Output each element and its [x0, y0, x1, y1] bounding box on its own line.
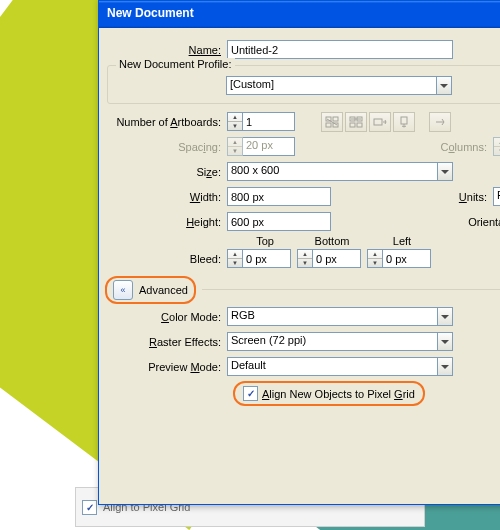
size-label: Size:: [105, 166, 227, 178]
divider: [202, 289, 500, 290]
height-input[interactable]: [227, 212, 331, 231]
raster-combo[interactable]: Screen (72 ppi): [227, 332, 453, 351]
chevron-down-icon[interactable]: [437, 307, 453, 326]
align-pixel-grid-highlight: ✓ Align New Objects to Pixel Grid: [233, 381, 425, 406]
name-input[interactable]: [227, 40, 453, 59]
preview-label: Preview Mode:: [105, 361, 227, 373]
svg-rect-7: [357, 123, 362, 127]
bleed-top-spinner[interactable]: ▲▼: [227, 249, 243, 268]
checkbox-icon: ✓: [82, 500, 97, 515]
artboards-label: Number of Artboards:: [105, 116, 227, 128]
profile-legend: New Document Profile:: [116, 58, 235, 70]
preview-combo[interactable]: Default: [227, 357, 453, 376]
artboards-input[interactable]: [243, 112, 295, 131]
svg-rect-6: [350, 123, 355, 127]
col-down-icon[interactable]: [393, 112, 415, 132]
advanced-label[interactable]: Advanced: [139, 284, 188, 296]
svg-rect-1: [333, 117, 338, 121]
preview-value: Default: [227, 357, 437, 376]
chevron-down-icon[interactable]: [436, 76, 452, 95]
align-checkbox[interactable]: ✓: [243, 386, 258, 401]
bleed-bottom-input[interactable]: [313, 249, 361, 268]
columns-spinner: ▲▼: [493, 137, 500, 156]
raster-value: Screen (72 ppi): [227, 332, 437, 351]
spacing-spinner: ▲▼: [227, 137, 243, 156]
artboards-spinner[interactable]: ▲▼: [227, 112, 243, 131]
bleed-headers: Top Bottom Left: [233, 235, 500, 247]
chevron-down-icon[interactable]: [437, 332, 453, 351]
size-combo[interactable]: 800 x 600: [227, 162, 453, 181]
dialog-titlebar[interactable]: New Document: [99, 1, 500, 28]
name-label: Name:: [105, 44, 227, 56]
spacing-label: Spacing:: [105, 141, 227, 153]
bleed-bottom-spinner[interactable]: ▲▼: [297, 249, 313, 268]
height-label: Height:: [105, 216, 227, 228]
orientation-label: Orientation:: [468, 216, 500, 228]
profile-value: [Custom]: [226, 76, 436, 95]
bleed-label: Bleed:: [105, 253, 227, 265]
svg-rect-9: [401, 117, 407, 124]
bleed-left-input[interactable]: [383, 249, 431, 268]
dialog-title: New Document: [107, 6, 194, 20]
svg-rect-2: [326, 123, 331, 127]
width-input[interactable]: [227, 187, 331, 206]
columns-label: Columns:: [441, 141, 493, 153]
align-label[interactable]: Align New Objects to Pixel Grid: [262, 388, 415, 400]
width-label: Width:: [105, 191, 227, 203]
profile-combo[interactable]: [Custom]: [226, 76, 452, 95]
grid-z-icon[interactable]: [321, 112, 343, 132]
size-value: 800 x 600: [227, 162, 437, 181]
chevron-down-icon[interactable]: [437, 357, 453, 376]
grid-row-icon[interactable]: [345, 112, 367, 132]
spacing-input: 20 px: [243, 137, 295, 156]
collapse-icon[interactable]: «: [113, 280, 133, 300]
new-document-dialog: New Document Name: New Document Profile:…: [98, 0, 500, 505]
colormode-value: RGB: [227, 307, 437, 326]
arrow-right-icon[interactable]: [429, 112, 451, 132]
bleed-left-spinner[interactable]: ▲▼: [367, 249, 383, 268]
row-right-icon[interactable]: [369, 112, 391, 132]
profile-fieldset: New Document Profile: [Custom]: [107, 65, 500, 104]
units-value: Pixels: [493, 187, 500, 206]
bleed-top-input[interactable]: [243, 249, 291, 268]
chevron-down-icon[interactable]: [437, 162, 453, 181]
colormode-combo[interactable]: RGB: [227, 307, 453, 326]
colormode-label: Color Mode:: [105, 311, 227, 323]
units-combo[interactable]: Pixels: [493, 187, 500, 206]
units-label: Units:: [459, 191, 493, 203]
advanced-toggle-highlight: « Advanced: [105, 276, 196, 304]
svg-rect-8: [374, 119, 382, 125]
raster-label: Raster Effects:: [105, 336, 227, 348]
